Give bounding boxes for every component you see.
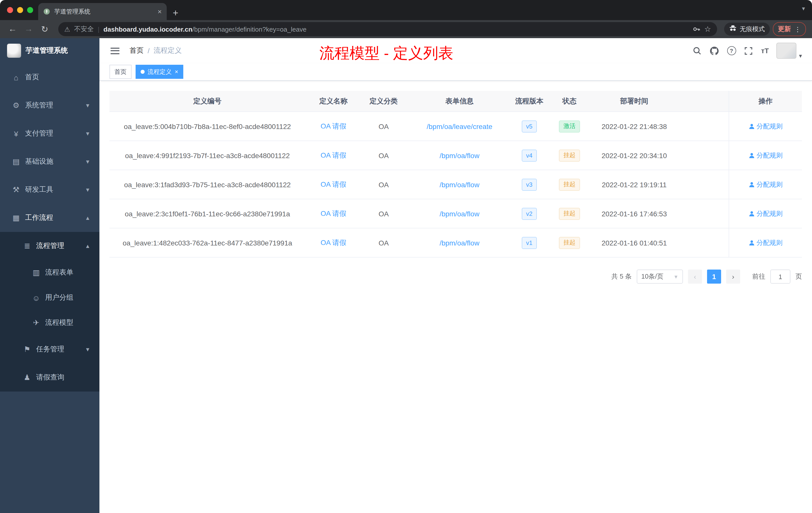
table-row: oa_leave:5:004b710b-7b8a-11ec-8ef0-acde4… [110, 112, 802, 141]
definition-name-link[interactable]: OA 请假 [321, 151, 347, 160]
next-page-button[interactable]: › [726, 270, 740, 283]
assign-rule-label: 分配规则 [756, 151, 783, 160]
definition-name-link[interactable]: OA 请假 [321, 180, 347, 189]
list-icon: ≣ [22, 241, 32, 250]
maximize-window-button[interactable] [27, 7, 33, 13]
tag-home[interactable]: 首页 [110, 65, 132, 79]
sidebar: 芋道管理系统 ⌂ 首页 ⚙ 系统管理 ▼ ¥ 支付管理 ▼ ▤ 基础设施 ▼ [0, 38, 99, 513]
definition-name-link[interactable]: OA 请假 [321, 238, 347, 247]
new-tab-button[interactable]: + [173, 8, 178, 18]
browser-update-button[interactable]: 更新 ⋮ [773, 22, 806, 36]
prev-page-button[interactable]: ‹ [688, 270, 702, 283]
breadcrumb: 首页 / 流程定义 [129, 46, 182, 55]
minimize-window-button[interactable] [17, 7, 23, 13]
tag-label: 首页 [115, 67, 126, 76]
close-icon[interactable]: × [175, 68, 178, 75]
sidebar-item-label: 用户分组 [45, 293, 73, 302]
definition-category: OA [361, 229, 406, 257]
table-row: oa_leave:1:482ec033-762a-11ec-8477-a2380… [110, 229, 802, 258]
browser-menu-icon[interactable]: ⋮ [794, 25, 801, 33]
sidebar-item-process-form[interactable]: ▥ 流程表单 [0, 260, 99, 285]
sidebar-item-process-management[interactable]: ≣ 流程管理 ▲ [0, 232, 99, 260]
workflow-submenu: ≣ 流程管理 ▲ ▥ 流程表单 ☺ 用户分组 ✈ 流程模型 ⚑ [0, 232, 99, 392]
definition-name-link[interactable]: OA 请假 [321, 122, 347, 131]
sidebar-collapse-icon[interactable] [111, 48, 119, 54]
bookmark-star-icon[interactable]: ☆ [704, 25, 711, 34]
person-icon: ♟ [22, 373, 32, 382]
paper-plane-icon: ✈ [31, 318, 41, 327]
breadcrumb-separator: / [148, 47, 150, 55]
sidebar-item-process-model[interactable]: ✈ 流程模型 [0, 310, 99, 335]
gear-icon: ⚙ [11, 101, 21, 110]
flag-icon: ⚑ [22, 345, 32, 354]
github-icon[interactable] [709, 46, 719, 56]
form-link[interactable]: /bpm/oa/flow [440, 180, 480, 188]
tag-process-definition[interactable]: 流程定义 × [136, 65, 183, 79]
sidebar-item-user-group[interactable]: ☺ 用户分组 [0, 285, 99, 310]
close-window-button[interactable] [7, 7, 13, 13]
sidebar-item-leave-query[interactable]: ♟ 请假查询 [0, 363, 99, 392]
page-url[interactable]: dashboard.yudao.iocoder.cn/bpm/manager/d… [104, 25, 307, 33]
assign-rule-button[interactable]: 分配规则 [749, 238, 783, 247]
form-link[interactable]: /bpm/oa/flow [440, 239, 480, 247]
form-link[interactable]: /bpm/oa/flow [440, 210, 480, 218]
sidebar-item-infrastructure[interactable]: ▤ 基础设施 ▼ [0, 148, 99, 176]
goto-page-input[interactable] [770, 270, 790, 283]
fullscreen-icon[interactable] [744, 46, 754, 56]
assign-rule-button[interactable]: 分配规则 [749, 209, 783, 218]
tab-close-icon[interactable]: × [158, 7, 162, 16]
table-header: 定义编号 定义名称 定义分类 表单信息 流程版本 状态 部署时间 操作 [110, 91, 802, 112]
definition-name-link[interactable]: OA 请假 [321, 209, 347, 218]
sidebar-item-dev-tools[interactable]: ⚒ 研发工具 ▼ [0, 176, 99, 204]
address-bar[interactable]: ⚠ 不安全 | dashboard.yudao.iocoder.cn/bpm/m… [58, 22, 717, 36]
search-icon[interactable] [692, 46, 702, 56]
assign-rule-button[interactable]: 分配规则 [749, 151, 783, 160]
window-controls[interactable] [7, 7, 33, 13]
users-icon: ☺ [31, 293, 41, 302]
chevron-down-icon: ▼ [85, 159, 90, 164]
update-label: 更新 [778, 25, 791, 34]
assign-rule-label: 分配规则 [756, 238, 783, 247]
version-badge: v4 [522, 149, 537, 161]
sidebar-item-home[interactable]: ⌂ 首页 [0, 63, 99, 91]
page-size-select[interactable]: 10条/页 ▼ [637, 270, 683, 283]
col-actions: 操作 [729, 91, 802, 112]
page-1-button[interactable]: 1 [707, 270, 721, 283]
sidebar-item-workflow[interactable]: ▦ 工作流程 ▲ [0, 204, 99, 232]
row-spacer [675, 170, 729, 199]
sidebar-logo[interactable]: 芋道管理系统 [0, 38, 99, 63]
sidebar-item-system[interactable]: ⚙ 系统管理 ▼ [0, 91, 99, 119]
assign-rule-button[interactable]: 分配规则 [749, 180, 783, 189]
form-link[interactable]: /bpm/oa/flow [440, 151, 480, 159]
help-icon[interactable]: ? [727, 46, 736, 55]
assign-rule-button[interactable]: 分配规则 [749, 122, 783, 131]
sidebar-item-label: 工作流程 [25, 213, 53, 222]
breadcrumb-home[interactable]: 首页 [129, 46, 144, 55]
user-avatar[interactable]: ▼ [776, 43, 803, 59]
chevron-down-icon: ▼ [85, 187, 90, 193]
assign-rule-label: 分配规则 [756, 122, 783, 131]
top-navbar: 首页 / 流程定义 ? тT [99, 38, 812, 63]
security-label[interactable]: 不安全 [74, 25, 94, 34]
version-badge: v2 [522, 208, 537, 220]
font-size-icon[interactable]: тT [761, 47, 769, 55]
table-row: oa_leave:3:1fad3d93-7b75-11ec-a3c8-acde4… [110, 170, 802, 199]
col-form-info: 表单信息 [406, 91, 513, 112]
forward-icon[interactable]: → [22, 24, 35, 34]
browser-tab[interactable]: 芋道管理系统 × [38, 3, 167, 20]
assign-rule-label: 分配规则 [756, 209, 783, 218]
row-spacer [675, 229, 729, 257]
password-key-icon[interactable] [692, 25, 700, 33]
sidebar-item-label: 流程模型 [45, 318, 73, 327]
tab-search-chevron-icon[interactable]: ▾ [802, 5, 805, 12]
definition-id: oa_leave:1:482ec033-762a-11ec-8477-a2380… [110, 229, 305, 257]
back-icon[interactable]: ← [6, 24, 19, 34]
reload-icon[interactable]: ↻ [38, 24, 51, 34]
deploy-time: 2022-01-16 01:40:51 [593, 229, 675, 257]
table-row: oa_leave:4:991f2193-7b7f-11ec-a3c8-acde4… [110, 141, 802, 170]
sidebar-item-task-management[interactable]: ⚑ 任务管理 ▼ [0, 335, 99, 363]
sidebar-item-label: 流程管理 [36, 241, 64, 250]
form-link[interactable]: /bpm/oa/leave/create [427, 122, 492, 130]
sidebar-item-payment[interactable]: ¥ 支付管理 ▼ [0, 119, 99, 148]
chevron-up-icon: ▲ [85, 215, 90, 221]
